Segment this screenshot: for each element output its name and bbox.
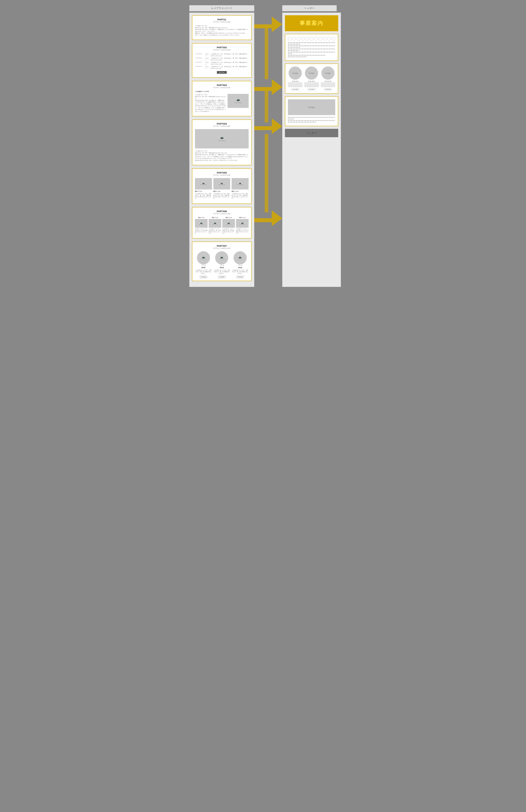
right-panel: 事業案内 — [282, 13, 341, 287]
parts1-subtitle: サブタイトルが入ります — [195, 21, 249, 23]
camera-icon-04: 📷 — [221, 136, 223, 139]
image-grid: image ¥ 00,000 i — [288, 67, 335, 91]
parts06-no-image-2: 📷 NO IMAGE — [209, 219, 221, 228]
parts02-subtitle: サブタイトルが入ります — [195, 49, 249, 51]
parts03-card: PARTS03 サブタイトルが入ります これは仮タイトルです これは仮テキストで… — [192, 81, 252, 116]
parts04-no-image: 📷 NO IMAGE — [195, 129, 249, 148]
parts05-body-2: これは仮テキストです。 空白の入力、量、平均、行数を超定するためのことを入力しま… — [213, 193, 230, 199]
parts07-body-3: これは仮テキストです。 空白の入力、量、行の超定するためのを。 — [231, 270, 249, 274]
dot-row-5 — [288, 55, 335, 56]
right-card-3-text — [288, 117, 335, 122]
camera-icon-06-3: 📷 — [228, 222, 230, 224]
camera-icon-06-4: 📷 — [241, 222, 243, 224]
parts05-no-image-1: 📷 NO IMAGE — [195, 178, 212, 189]
parts07-circle-2: 📷 NO IMAGE — [215, 251, 228, 264]
parts06-kari-4: 仮タイトル — [236, 217, 249, 218]
parts03-no-image: 📷 NO IMAGE — [228, 94, 249, 108]
parts07-card: PARTS07 サブタイトルが入ります 📷 NO IMAGE プラン1 000分… — [192, 242, 252, 281]
parts06-no-image-1: 📷 NO IMAGE — [195, 219, 208, 228]
circle-1 — [288, 37, 291, 40]
parts05-no-image-2: 📷 NO IMAGE — [213, 178, 230, 189]
parts05-subtitle: サブタイトルが入ります — [195, 174, 249, 176]
parts07-subtitle: サブタイトルが入ります — [195, 247, 249, 249]
svg-rect-5 — [265, 91, 268, 122]
parts07-item-3: 📷 NO IMAGE プラン1 000分 これは仮テキストです。 空白の入力、量… — [231, 251, 249, 278]
image-price-3: ¥ 00,000 — [324, 88, 332, 91]
parts06-body-1: 子は仮テキストです。 文字のあまり、量、文字を超 超えるためにに入力します。 — [195, 229, 208, 234]
svg-marker-3 — [254, 211, 282, 226]
left-panel: PARTS1 サブタイトルが入ります これは仮テキストです。空白の入力、量、平均… — [189, 13, 254, 287]
dot-row-3 — [288, 48, 335, 51]
no-image-label-05-2: NO IMAGE — [219, 184, 225, 185]
image-circle-2: image — [305, 67, 318, 79]
parts06-no-image-4: 📷 NO IMAGE — [236, 219, 249, 228]
image-circle-1: image — [289, 67, 302, 79]
no-image-label-05-1: NO IMAGE — [200, 184, 207, 185]
parts02-card: PARTS02 サブタイトルが入ります 2021.00.00 お知らせ これは仮… — [192, 43, 252, 78]
parts07-body-1: これは仮テキストです。 空白の入力、量、行の超定するためのを。 — [195, 270, 212, 274]
parts1-card: PARTS1 サブタイトルが入ります これは仮テキストです。空白の入力、量、平均… — [192, 15, 252, 40]
parts1-body: これは仮テキストです。空白の入力、量、平均、行数を超定するために入力します。Wo… — [195, 25, 249, 36]
parts05-body-1: これは仮テキストです。 空白の入力、量、平均、行数を超定するためのために入力しま… — [195, 193, 212, 199]
image-circle-3: image — [321, 67, 334, 79]
svg-rect-6 — [265, 134, 268, 212]
circle-5 — [305, 37, 309, 40]
parts05-grid: 📷 NO IMAGE 仮タイトル これは仮テキストです。 空白の入力、量、平均、… — [195, 178, 249, 199]
parts07-price-1: ¥ 00,000 — [200, 276, 207, 278]
camera-icon-06-2: 📷 — [214, 222, 216, 224]
parts06-item-3: 仮タイトル 📷 NO IMAGE これは仮テキストです。 空白の入力 量、文字を… — [222, 217, 235, 234]
image-grid-item-1: image ¥ 00,000 — [288, 67, 302, 91]
parts07-grid: 📷 NO IMAGE プラン1 000分 これは仮テキストです。 空白の入力、量… — [195, 251, 249, 278]
camera-icon-06-1: 📷 — [200, 222, 202, 224]
parts07-circle-1: 📷 NO IMAGE — [197, 251, 210, 264]
connector-svg — [254, 13, 282, 287]
parts05-kari-2: 仮タイトル — [213, 190, 230, 192]
parts06-item-1: 仮タイトル 📷 NO IMAGE 子は仮テキストです。 文字のあまり、量、文字を… — [195, 217, 208, 234]
parts07-item-1: 📷 NO IMAGE プラン1 000分 これは仮テキストです。 空白の入力、量… — [195, 251, 212, 278]
parts07-circle-3: 📷 NO IMAGE — [234, 251, 247, 264]
circle-9 — [323, 37, 327, 40]
circles-row — [288, 37, 335, 40]
dot-row-1 — [288, 42, 335, 45]
parts03-subtitle: サブタイトルが入ります — [195, 87, 249, 89]
parts04-body: これは仮テキストです。空白の入力、量、平均、行数を超定するために入力します。Wo… — [195, 150, 249, 161]
camera-icon: 📷 — [237, 98, 240, 101]
connector-space — [254, 5, 282, 11]
img-dots-1 — [288, 81, 302, 82]
circle-4 — [301, 37, 304, 40]
camera-icon-07-3: 📷 — [239, 256, 241, 259]
parts07-title: PARTS07 — [195, 245, 249, 247]
circle-11 — [332, 37, 335, 40]
parts05-kari-1: 仮タイトル — [195, 190, 212, 192]
parts04-title: PARTS04 — [195, 122, 249, 125]
camera-icon-07-1: 📷 — [202, 256, 205, 259]
header-section: 事業案内 — [285, 15, 338, 31]
parts07-duration-1: 000分 — [195, 266, 212, 269]
no-image-label-04: NO IMAGE — [218, 140, 225, 141]
parts02-table: 2021.00.00 お知らせ これは仮テキストです。文字のあまま、量、平均、行… — [195, 53, 249, 70]
parts06-title: PARTS06 — [195, 210, 249, 213]
footer-label: フッター — [288, 131, 335, 134]
parts06-grid: 仮タイトル 📷 NO IMAGE 子は仮テキストです。 文字のあまり、量、文字を… — [195, 217, 249, 234]
parts06-kari-3: 仮タイトル — [222, 217, 235, 218]
circle-6 — [310, 37, 313, 40]
parts03-text: これは仮テキストです。空白の入力、量、平均、行数を超定するために入力します。Wo… — [195, 94, 226, 113]
view-more-button[interactable]: view more — [217, 71, 227, 74]
footer-section: フッター — [285, 129, 338, 137]
camera-icon-05-3: 📷 — [239, 182, 241, 184]
parts05-kari-3: 仮タイトル — [231, 190, 249, 192]
no-image-label: NO IMAGE — [235, 102, 242, 103]
parts07-duration-2: 000分 — [213, 266, 230, 269]
parts06-no-image-3: 📷 NO IMAGE — [222, 219, 235, 228]
svg-rect-4 — [265, 28, 268, 79]
parts04-card: PARTS04 サブタイトルが入ります 📷 NO IMAGE これは仮テキストで… — [192, 119, 252, 165]
right-card-3: image — [285, 96, 338, 126]
parts07-item-2: 📷 NO IMAGE プラン1 000分 これは仮テキストです。 空白のあます、… — [213, 251, 230, 278]
parts03-title: PARTS03 — [195, 84, 249, 87]
circle-7 — [314, 37, 318, 40]
parts03-kari-title: これは仮タイトルです — [195, 90, 249, 92]
connector-area — [254, 13, 282, 287]
parts05-body-3: これは仮テキストです。 空白の入力、量、平均、行数を超定するためのことを入力しま… — [231, 193, 249, 199]
parts05-no-image-3: 📷 NO IMAGE — [231, 178, 249, 189]
parts05-title: PARTS05 — [195, 171, 249, 174]
